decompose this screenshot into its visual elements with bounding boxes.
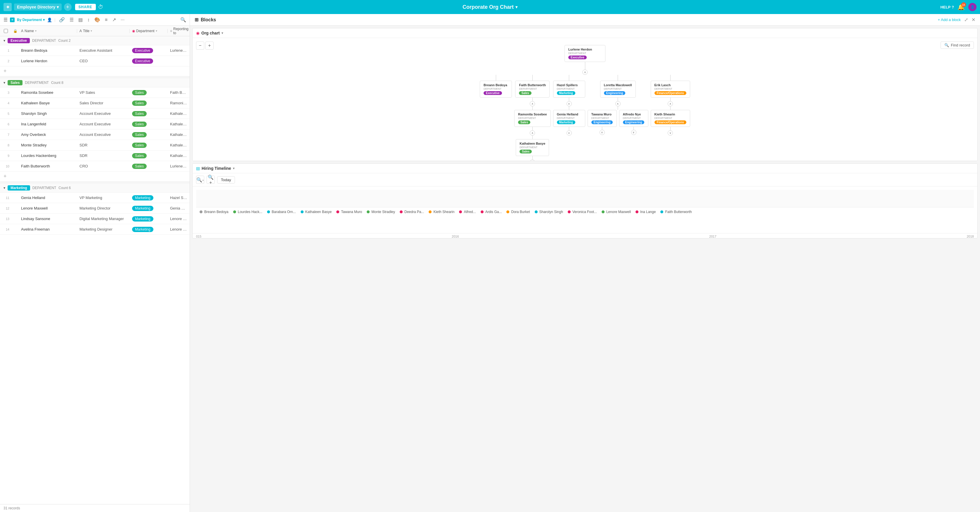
collapse-alfredo[interactable]: ∨ [631,130,636,135]
row-height-button[interactable]: ≡ [104,16,109,24]
group-executive[interactable]: ▾ Executive DEPARTMENT Count 2 [0,36,189,45]
table-body: ▾ Executive DEPARTMENT Count 2 1 Breann … [0,36,189,504]
timeline-body: Breann Bedoya Lourdes Hack... Barabara O… [192,186,977,233]
more-button[interactable]: ··· [119,16,126,24]
collapse-button[interactable]: ∧ [582,70,588,75]
group-button[interactable]: ▤ [77,16,84,24]
menu-button[interactable]: ☰ [3,17,8,22]
legend-item: Ina Lange [635,210,655,214]
left-panel: ☰ ⊞ By Department ▾ 👤 | 🔗 ☰ ▤ ↕ 🎨 ≡ ↗ ··… [0,14,190,512]
legend-item: Lourdes Hack... [233,210,262,214]
org-node-genia[interactable]: Genia Helland DEPARTMENT Marketing [553,110,585,127]
legend-item: Deedra Pa... [400,210,424,214]
org-node-kathaleen[interactable]: Kathaleen Basye DEPARTMENT Sales [516,139,549,156]
timeline-controls: 🔍- 🔍+ Today [192,173,977,186]
org-node-faith[interactable]: Faith Butterworth DEPARTMENT Sales [515,81,550,98]
collapse-tawana[interactable]: ∨ [600,130,605,135]
add-row-executive[interactable]: + [0,66,189,76]
org-node-erik[interactable]: Erik Lasch DEPARTMENT Finance/Operations [651,81,690,98]
table-row[interactable]: 8 Monte Stradley SDR Sales Kathaleen Bas… [0,140,189,151]
collapse-hazel[interactable]: ∧ [566,101,572,107]
sort-button[interactable]: ↕ [86,16,91,24]
history-button[interactable]: ⏱ [98,4,103,10]
table-row[interactable]: 3 Ramonita Sosebee VP Sales Sales Faith … [0,87,189,98]
table-row[interactable]: 10 Faith Butterworth CRO Sales Lurlene H… [0,161,189,172]
table-row[interactable]: 7 Amy Overbeck Account Executive Sales K… [0,129,189,140]
legend-item: Barabara Orn... [267,210,296,214]
table-row[interactable]: 12 Lenore Maxwell Marketing Director Mar… [0,203,189,214]
add-row-sales[interactable]: + [0,172,189,181]
link-button[interactable]: 🔗 [58,16,66,24]
org-node-breann[interactable]: Breann Bedoya DEPARTMENT Executive [480,81,512,98]
table-row[interactable]: 4 Kathaleen Basye Sales Director Sales R… [0,98,189,108]
app-title-button[interactable]: Employee Directory ▾ [14,3,62,11]
add-block-button[interactable]: + Add a block [938,17,961,22]
legend-item: Kieth Shearin [429,210,454,214]
table-row[interactable]: 14 Avelina Freeman Marketing Designer Ma… [0,224,189,235]
notifications-button[interactable]: 🔔 11 [958,3,965,11]
right-panel: ⊞ Blocks + Add a block ⤢ ✕ ◉ Org chart ▾ [190,14,980,512]
collapse-kieth[interactable]: ∨ [668,130,673,135]
timeline-zoom-out[interactable]: 🔍- [196,176,204,184]
checkbox-col[interactable] [0,29,12,33]
org-col-loretta: Loretta Macdowell DEPARTMENT Engineering… [588,75,648,135]
group-badge-executive: Executive [8,38,30,43]
filter-button[interactable]: ☰ [68,16,75,24]
page-center-title: Corporate Org Chart ▾ [463,4,517,10]
title-column-header[interactable]: A Title ▾ [77,29,130,33]
table-row[interactable]: 2 Lurlene Herdon CEO Executive [0,56,189,66]
table-row[interactable]: 13 Lindsay Sansone Digital Marketing Man… [0,214,189,224]
org-chart-canvas[interactable]: − + 🔍 Find record Lurlene Herdon DEPARTM… [192,38,977,161]
org-node-tawana[interactable]: Tawana Muro DEPARTMENT Engineering [588,110,617,127]
search-button[interactable]: 🔍 [180,17,186,22]
expand-button[interactable]: ⤢ [964,17,968,22]
group-marketing[interactable]: ▾ Marketing DEPARTMENT Count 6 [0,183,189,192]
user-avatar[interactable]: 👤 [968,3,977,11]
dept-column-header[interactable]: ◉ Department ▾ [130,29,168,33]
org-node-kieth[interactable]: Kieth Shearin DEPARTMENT Finance/Operati… [651,110,690,127]
org-node-root[interactable]: Lurlene Herdon DEPARTMENT Executive [565,45,605,62]
name-column-header[interactable]: A Name ▾ [19,29,77,33]
dept-sort-icon: ▾ [156,29,157,32]
org-node-alfredo[interactable]: Alfredo Nye DEPARTMENT Engineering [619,110,648,127]
share-button[interactable]: SHARE [75,4,96,10]
zoom-in-button[interactable]: + [205,41,213,50]
blocks-header: ⊞ Blocks + Add a block ⤢ ✕ [190,14,980,26]
group-chevron-marketing: ▾ [3,186,5,190]
hiring-timeline-section: ▤ Hiring Timeline ▾ 🔍- 🔍+ Today Breann B… [192,163,978,239]
org-col-breann: Breann Bedoya DEPARTMENT Executive [480,75,512,98]
table-row[interactable]: 9 Lourdes Hackenberg SDR Sales Kathaleen… [0,151,189,161]
close-panel-button[interactable]: ✕ [972,17,975,22]
org-node-ramonita[interactable]: Ramonita Sosebee DEPARTMENT Sales [514,110,550,127]
select-all-checkbox[interactable] [4,29,8,33]
loretta-children: Tawana Muro DEPARTMENT Engineering ∨ [588,110,648,135]
collapse-genia[interactable]: ∨ [566,130,572,135]
share2-button[interactable]: ↗ [111,16,117,24]
table-row[interactable]: 1 Breann Bedoya Executive Assistant Exec… [0,45,189,56]
collapse-kathaleen[interactable]: ∧ [530,159,535,161]
timeline-zoom-in[interactable]: 🔍+ [207,176,215,184]
legend-item: Faith Butterworth [660,210,692,214]
find-record-button[interactable]: 🔍 Find record [940,41,974,49]
column-headers: 🔒 A Name ▾ A Title ▾ ◉ Department ▾ ≡ Re… [0,26,189,36]
today-button[interactable]: Today [217,176,235,183]
nav-right: HELP ? 🔔 11 👤 [940,3,977,11]
add-view-button[interactable]: + [64,3,72,11]
org-node-hazel[interactable]: Hazel Spillers DEPARTMENT Marketing [553,81,585,98]
zoom-out-button[interactable]: − [196,41,204,50]
view-selector[interactable]: By Department ▾ [17,18,45,22]
collapse-ramonita[interactable]: ∧ [530,130,535,135]
timeline-axis: 015 2016 2017 2018 [192,233,977,238]
table-row[interactable]: 11 Genia Helland VP Marketing Marketing … [0,192,189,203]
group-sales[interactable]: ▾ Sales DEPARTMENT Count 8 [0,78,189,87]
collapse-loretta[interactable]: ∧ [615,101,620,107]
org-node-loretta[interactable]: Loretta Macdowell DEPARTMENT Engineering [600,81,636,98]
table-row[interactable]: 6 Ina Langenfeld Account Executive Sales… [0,119,189,129]
org-col-erik: Erik Lasch DEPARTMENT Finance/Operations… [651,75,690,135]
reporting-column-header[interactable]: ≡ Reporting to [168,27,190,35]
table-row[interactable]: 5 Sharolyn Singh Account Executive Sales… [0,108,189,119]
collapse-erik[interactable]: ∧ [668,101,673,107]
help-button[interactable]: HELP ? [940,5,954,10]
collapse-faith[interactable]: ∧ [530,101,535,107]
color-button[interactable]: 🎨 [93,16,102,24]
